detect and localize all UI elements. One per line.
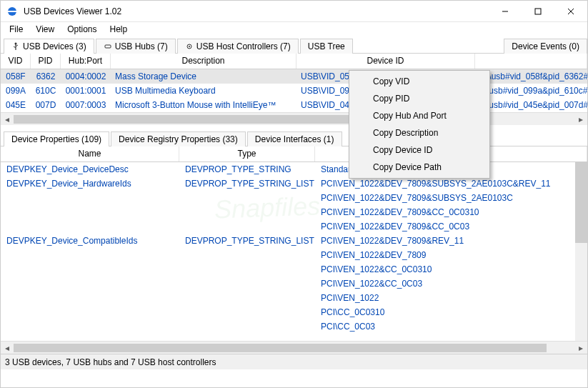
statusbar: 3 USB devices, 7 USB hubs and 7 USB host…: [1, 354, 587, 369]
prop-value: PCI\VEN_1022&DEV_7809&SUBSYS_2AE0103C: [315, 191, 587, 204]
context-copy-description[interactable]: Copy Description: [352, 124, 487, 141]
props-col-type[interactable]: Type: [179, 146, 315, 161]
svg-rect-3: [535, 9, 541, 14]
context-copy-device-path[interactable]: Copy Device Path: [352, 159, 487, 176]
tab-device-properties-109-[interactable]: Device Properties (109): [4, 131, 109, 146]
props-row[interactable]: PCI\CC_0C03: [1, 319, 587, 334]
props-row[interactable]: PCI\VEN_1022&DEV_7809&SUBSYS_2AE0103C: [1, 191, 587, 205]
tab-usb-host-controllers-7-[interactable]: USB Host Controllers (7): [177, 39, 299, 54]
vscroll-thumb[interactable]: [575, 162, 587, 243]
cell-path: \?\usb#vid_099a&pid_610c#5&: [475, 84, 587, 97]
prop-name: [1, 254, 179, 257]
context-copy-device-id[interactable]: Copy Device ID: [352, 141, 487, 159]
cell-path: \?\usb#vid_045e&pid_007d#5: [475, 99, 587, 111]
props-row[interactable]: PCI\VEN_1022&DEV_7809: [1, 248, 587, 262]
cell-hubport: 0007:0003: [61, 99, 111, 111]
maximize-button[interactable]: [522, 1, 554, 22]
tab-usb-hubs-7-[interactable]: USB Hubs (7): [96, 39, 176, 54]
cell-pid: 610C: [31, 84, 61, 97]
cell-description: Mass Storage Device: [111, 70, 297, 83]
tab-usb-tree[interactable]: USB Tree: [300, 39, 353, 54]
prop-type: [179, 282, 315, 285]
tab-device-registry-properties-33-[interactable]: Device Registry Properties (33): [111, 131, 246, 146]
prop-type: [179, 311, 315, 314]
prop-name: [1, 211, 179, 214]
tab-usb-devices-3-[interactable]: USB Devices (3): [4, 39, 94, 54]
props-row[interactable]: PCI\VEN_1022&CC_0C03: [1, 277, 587, 291]
col-header-deviceid[interactable]: Device ID: [297, 54, 475, 69]
svg-rect-1: [8, 11, 16, 12]
props-header: Name Type: [1, 146, 587, 162]
col-header-vid[interactable]: VID: [1, 54, 31, 69]
props-row[interactable]: PCI\VEN_1022&DEV_7809&CC_0C0310: [1, 205, 587, 219]
cell-hubport: 0001:0001: [61, 84, 111, 97]
prop-type: [179, 325, 315, 328]
props-row[interactable]: PCI\VEN_1022&CC_0C0310: [1, 262, 587, 277]
props-row[interactable]: DEVPKEY_Device_DeviceDescDEVPROP_TYPE_ST…: [1, 162, 587, 176]
cell-description: USB Multimedia Keyboard: [111, 84, 297, 97]
menu-options[interactable]: Options: [61, 23, 102, 36]
prop-value: PCI\VEN_1022: [315, 292, 587, 304]
prop-type: [179, 268, 315, 271]
hscroll-thumb[interactable]: [14, 344, 547, 352]
props-col-name[interactable]: Name: [1, 146, 179, 161]
tab-label: USB Host Controllers (7): [196, 41, 291, 51]
prop-value: PCI\VEN_1022&DEV_7809&SUBSYS_2AE0103C&RE…: [315, 177, 587, 190]
prop-name: DEVPKEY_Device_DeviceDesc: [1, 163, 179, 176]
menu-help[interactable]: Help: [104, 23, 134, 36]
context-copy-hub-and-port[interactable]: Copy Hub And Port: [352, 107, 487, 124]
close-button[interactable]: [554, 1, 587, 22]
scroll-right-icon[interactable]: ▸: [574, 342, 587, 354]
col-header-description[interactable]: Description: [111, 54, 297, 69]
device-list-hscroll[interactable]: ◂ ▸: [1, 112, 587, 125]
cell-hubport: 0004:0002: [61, 70, 111, 83]
tab-label: USB Hubs (7): [115, 41, 168, 51]
device-row[interactable]: 099A610C0001:0001USB Multimedia Keyboard…: [1, 84, 587, 98]
props-row[interactable]: DEVPKEY_Device_HardwareIdsDEVPROP_TYPE_S…: [1, 176, 587, 191]
prop-type: [179, 197, 315, 199]
prop-name: [1, 197, 179, 199]
prop-value: PCI\VEN_1022&DEV_7809&CC_0C0310: [315, 206, 587, 219]
svg-point-12: [189, 46, 190, 47]
minimize-button[interactable]: [489, 1, 522, 22]
context-copy-vid[interactable]: Copy VID: [352, 73, 487, 90]
props-hscroll[interactable]: ◂ ▸: [1, 341, 587, 354]
props-row[interactable]: PCI\VEN_1022&DEV_7809&CC_0C03: [1, 219, 587, 234]
cell-vid: 045E: [1, 99, 31, 111]
props-row[interactable]: DEVPKEY_Device_CompatibleIdsDEVPROP_TYPE…: [1, 234, 587, 248]
props-row[interactable]: PCI\CC_0C0310: [1, 305, 587, 319]
menu-view[interactable]: View: [30, 23, 60, 36]
prop-name: [1, 225, 179, 228]
tab-device-interfaces-1-[interactable]: Device Interfaces (1): [247, 131, 342, 146]
cell-vid: 099A: [1, 84, 31, 97]
scroll-left-icon[interactable]: ◂: [1, 342, 14, 354]
device-row[interactable]: 045E007D0007:0003Microsoft 3-Button Mous…: [1, 98, 587, 112]
prop-type: DEVPROP_TYPE_STRING: [179, 163, 315, 176]
tab-label: USB Devices (3): [23, 41, 86, 51]
props-vscroll[interactable]: [575, 162, 587, 341]
col-header-pid[interactable]: PID: [31, 54, 61, 69]
props-row[interactable]: PCI\VEN_1022: [1, 291, 587, 305]
prop-value: PCI\VEN_1022&CC_0C0310: [315, 263, 587, 276]
prop-value: PCI\VEN_1022&DEV_7809&REV_11: [315, 234, 587, 247]
menu-file[interactable]: File: [4, 23, 29, 36]
cell-description: Microsoft 3-Button Mouse with IntelliEye…: [111, 99, 297, 111]
prop-name: [1, 297, 179, 299]
device-events-tab[interactable]: Device Events (0): [504, 39, 587, 54]
menubar: FileViewOptionsHelp: [1, 22, 587, 36]
cell-pid: 6362: [31, 70, 61, 83]
context-copy-pid[interactable]: Copy PID: [352, 90, 487, 107]
hscroll-thumb[interactable]: [14, 115, 350, 124]
device-list[interactable]: 058F63620004:0002Mass Storage DeviceUSB\…: [1, 69, 587, 112]
scroll-right-icon[interactable]: ▸: [574, 114, 587, 125]
props-list[interactable]: DEVPKEY_Device_DeviceDescDEVPROP_TYPE_ST…: [1, 162, 587, 341]
device-row[interactable]: 058F63620004:0002Mass Storage DeviceUSB\…: [1, 69, 587, 84]
window-titlebar: USB Devices Viewer 1.02: [1, 1, 587, 22]
prop-name: DEVPKEY_Device_HardwareIds: [1, 177, 179, 190]
scroll-left-icon[interactable]: ◂: [1, 114, 14, 125]
prop-name: DEVPKEY_Device_CompatibleIds: [1, 234, 179, 247]
svg-rect-10: [105, 45, 111, 48]
col-header-path[interactable]: [475, 54, 587, 69]
prop-value: PCI\VEN_1022&DEV_7809: [315, 249, 587, 262]
col-header-hubport[interactable]: Hub:Port: [61, 54, 111, 69]
